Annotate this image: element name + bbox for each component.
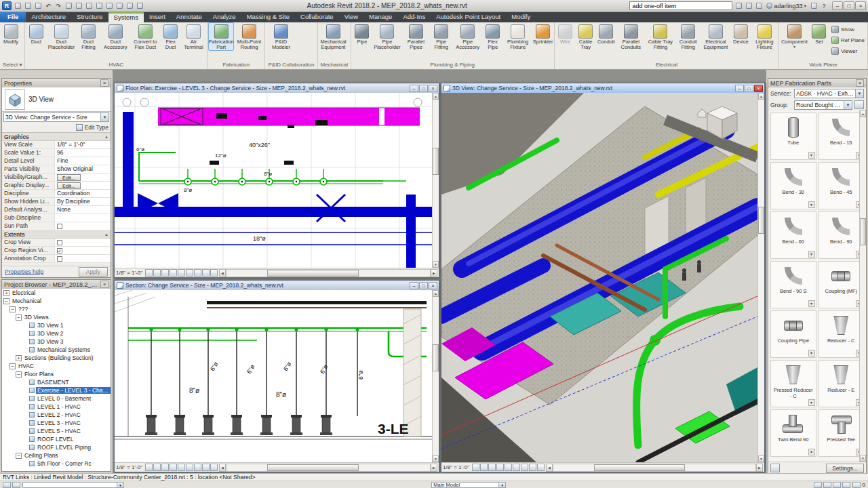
pipe-accessory-button[interactable]: Pipe Accessory [453, 22, 483, 51]
communication-center-icon[interactable] [754, 1, 764, 10]
tab-file[interactable]: File [0, 12, 26, 22]
scroll-thumb[interactable] [860, 218, 866, 245]
reveal-hidden-elements-icon[interactable] [202, 464, 210, 471]
fabrication-part-tile[interactable]: Reducer - E▾ [818, 360, 865, 407]
project-browser-titlebar[interactable]: Project Browser - MEP_2018.2_whats_new.r… [2, 280, 111, 289]
convert-to-flex-duct-button[interactable]: Convert to Flex Duct [130, 22, 160, 51]
visibility-graph-edit-button[interactable]: Edit... [57, 174, 81, 181]
crop-view-icon[interactable] [480, 464, 488, 471]
sun-path-icon[interactable] [505, 464, 512, 471]
view-scale[interactable]: 1/8" = 1'-0" [116, 270, 144, 276]
horizontal-scrollbar[interactable]: ◀ ▶ [546, 464, 763, 472]
duct-accessory-button[interactable]: Duct Accessory [100, 22, 130, 51]
section-window[interactable]: Section: Change Service - Size - MEP_201… [114, 280, 439, 472]
floor-plan-window[interactable]: Floor Plan: Exercise - LEVEL 3 - Change … [114, 83, 439, 278]
tab-autodesk-point-layout[interactable]: Autodesk Point Layout [431, 12, 506, 22]
collapse-icon[interactable]: − [9, 306, 16, 312]
minimize-icon[interactable]: – [410, 85, 418, 92]
collapse-icon[interactable]: − [9, 363, 16, 369]
vertical-scrollbar[interactable]: ▲ ▼ [432, 290, 439, 462]
text-icon[interactable] [104, 1, 114, 10]
duct-button[interactable]: Duct [26, 22, 46, 45]
multi-point-routing-button[interactable]: Multi-Point Routing [234, 22, 264, 51]
fabrication-part-tile[interactable]: Bend - 45▾ [818, 162, 865, 209]
shadows-icon[interactable] [186, 269, 193, 277]
restore-icon[interactable]: □ [745, 85, 753, 92]
collapse-icon[interactable]: − [16, 371, 22, 378]
exclude-options-icon[interactable] [823, 482, 831, 488]
print-icon[interactable] [64, 1, 73, 10]
workset-combo[interactable]: ▼ [22, 482, 124, 488]
horizontal-scrollbar[interactable]: ◀ ▶ [219, 464, 437, 472]
service-combo[interactable]: ADSK - HVAC - Exhaust Air ▼ [794, 89, 864, 98]
collapse-icon[interactable]: − [16, 453, 22, 459]
section-canvas-area[interactable]: 8"ø8"ø6"ø6"ø6"ø6"ø6"ø3-LE ▲ ▼ [115, 290, 439, 462]
aligned-dimension-icon[interactable] [84, 1, 94, 10]
visual-style-icon[interactable] [496, 464, 504, 471]
vertical-scrollbar[interactable]: ▲ ▼ [757, 93, 764, 462]
pipe-fitting-button[interactable]: Pipe Fitting [430, 22, 453, 51]
sun-path-checkbox[interactable] [57, 224, 62, 229]
cable-tray-fitting-button[interactable]: Cable Tray Fitting [646, 22, 675, 51]
part-size-dropdown-icon[interactable]: ▾ [808, 201, 815, 208]
fabrication-part-tile[interactable]: Bend - 30▾ [770, 162, 816, 209]
tree-item[interactable]: ROOF LEVEL Piping [2, 443, 111, 451]
flex-pipe-button[interactable]: Flex Pipe [483, 22, 503, 51]
part-size-dropdown-icon[interactable]: ▾ [808, 350, 815, 357]
sprinkler-button[interactable]: Sprinkler [533, 22, 553, 45]
part-size-dropdown-icon[interactable]: ▾ [808, 449, 815, 455]
view-scale[interactable]: 1/8" = 1'-0" [116, 464, 144, 470]
part-size-dropdown-icon[interactable]: ▾ [808, 152, 815, 159]
tab-architecture[interactable]: Architecture [26, 12, 71, 22]
annotation-crop-checkbox[interactable] [57, 256, 62, 262]
tree-item[interactable]: −??? [2, 305, 111, 313]
tree-item[interactable]: BASEMENT [2, 378, 111, 386]
save-icon[interactable] [23, 1, 33, 10]
tree-item[interactable]: LEVEL 3 - HVAC [2, 419, 111, 427]
shadows-icon[interactable] [186, 464, 193, 471]
detail-level-icon[interactable] [488, 464, 496, 471]
3d-canvas-area[interactable]: ▲ ▼ [441, 93, 764, 462]
ribbon-panel-label[interactable]: P&ID Collaboration [266, 61, 316, 69]
part-size-dropdown-icon[interactable]: ▾ [808, 251, 815, 258]
show-crop-region-icon[interactable] [472, 464, 479, 471]
floor-plan-canvas-area[interactable]: 40"x26"12"ø6"ø8"ø8"ø18"ø ▲ ▼ [115, 93, 439, 268]
tree-item[interactable]: Exercise - LEVEL 3 - Change Service - Si… [2, 386, 111, 394]
scroll-thumb[interactable] [433, 344, 439, 371]
shadows-icon[interactable] [513, 464, 520, 471]
temporary-hide-isolate-icon[interactable] [194, 464, 201, 471]
palette-options-icon[interactable] [770, 464, 780, 472]
detail-level-icon[interactable] [161, 269, 169, 277]
sync-icon[interactable] [33, 1, 43, 10]
signin-user[interactable]: adarling33 ▾ [765, 3, 808, 9]
tree-item[interactable]: LEVEL 0 - Basement [2, 394, 111, 403]
tree-item[interactable]: +Electrical [2, 289, 111, 297]
parallel-conduits-button[interactable]: Parallel Conduits [616, 22, 646, 51]
apply-button[interactable]: Apply [79, 267, 108, 277]
fabrication-part-tile[interactable]: Bend - 90▾ [818, 211, 865, 259]
crop-view-icon[interactable] [153, 269, 161, 277]
undo-icon[interactable]: ↶ [43, 1, 53, 10]
property-group-header[interactable]: Extents▲ [2, 230, 111, 239]
tag-icon[interactable] [94, 1, 104, 10]
scroll-right-icon[interactable]: ▶ [431, 464, 437, 472]
part-size-dropdown-icon[interactable]: ▾ [808, 399, 815, 406]
pipe-button[interactable]: Pipe [352, 22, 372, 45]
tab-structure[interactable]: Structure [71, 12, 108, 22]
plumbing-fixture-button[interactable]: Plumbing Fixture [503, 22, 533, 51]
show-crop-region-icon[interactable] [145, 269, 153, 277]
unlocked-view-icon[interactable] [210, 269, 218, 277]
viewer-button[interactable]: Viewer [829, 45, 867, 56]
filter-icon[interactable] [852, 482, 861, 488]
air-terminal-button[interactable]: Air Terminal [181, 22, 206, 51]
default-3d-view-icon[interactable] [115, 1, 124, 10]
minimize-icon[interactable]: – [410, 282, 418, 289]
group-options-icon[interactable] [854, 100, 864, 109]
ref-plane-button[interactable]: Ref Plane [829, 35, 867, 45]
tab-collaborate[interactable]: Collaborate [295, 12, 339, 22]
scroll-track[interactable] [553, 464, 756, 472]
minimize-icon[interactable]: – [735, 85, 744, 92]
scroll-thumb[interactable] [267, 464, 359, 471]
3d-canvas[interactable] [441, 93, 757, 462]
scroll-track[interactable] [433, 297, 439, 455]
